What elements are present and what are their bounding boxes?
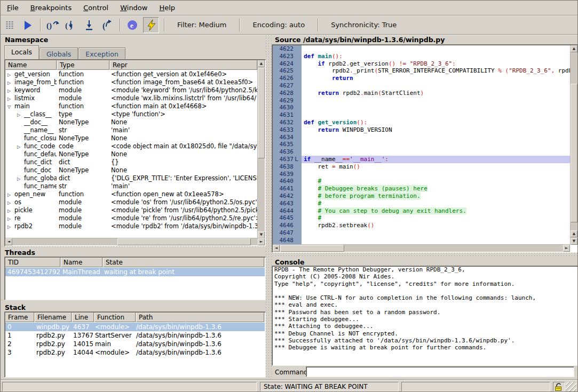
source-line[interactable]: 4637Lif __name__=='__main__':: [273, 156, 570, 163]
namespace-row[interactable]: ▷osmodule<module 'os' from '/usr/lib64/p…: [5, 198, 257, 206]
namespace-row[interactable]: func_docNoneTypeNone: [5, 166, 257, 174]
scroll-up-arrow[interactable]: ▲: [571, 230, 577, 237]
namespace-row[interactable]: func_dictdict{}: [5, 158, 257, 166]
collapsed-arrow-icon[interactable]: ▷: [7, 191, 14, 198]
menu-breakpoints[interactable]: Breakpoints: [25, 2, 77, 14]
source-line[interactable]: 4648: [273, 237, 570, 244]
stack-row[interactable]: 3rpdb2.py14044<module>/data/sys/bin/winp…: [5, 348, 265, 357]
source-line[interactable]: 4638 ret = main(): [273, 163, 570, 171]
collapsed-arrow-icon[interactable]: ▷: [7, 95, 14, 102]
collapsed-arrow-icon[interactable]: ▷: [7, 215, 14, 222]
stack-col-path[interactable]: Path: [136, 313, 264, 322]
source-line[interactable]: 4644 # You can step to debug any exit ha…: [273, 207, 570, 215]
source-line[interactable]: 4641 # Debuggee breaks (pauses) here: [273, 185, 570, 193]
source-line[interactable]: 4643 #: [273, 200, 570, 207]
namespace-col-type[interactable]: Type: [57, 60, 109, 70]
namespace-row[interactable]: func_namestr'main': [5, 182, 257, 190]
collapsed-arrow-icon[interactable]: ▷: [7, 71, 14, 78]
namespace-row[interactable]: ▷listmixmodule<module 'wx.lib.mixins.lis…: [5, 94, 257, 102]
collapsed-arrow-icon[interactable]: ▷: [7, 87, 14, 94]
scroll-thumb[interactable]: [571, 84, 577, 222]
source-editor[interactable]: 46224623def main():4624 if rpdb2.get_ver…: [272, 44, 578, 253]
source-vscrollbar[interactable]: ▲ ▲ ▼: [570, 45, 577, 245]
go-button[interactable]: [20, 18, 35, 33]
stack-row[interactable]: 1rpdb2.py13767StartServer/data/sys/bin/w…: [5, 331, 265, 340]
stack-row[interactable]: 0winpdb.py4637<module>/data/sys/bin/winp…: [5, 323, 265, 331]
collapsed-arrow-icon[interactable]: ▷: [7, 199, 14, 206]
namespace-row[interactable]: ▷get_versionfunction<function get_versio…: [5, 70, 257, 78]
scroll-down-arrow[interactable]: ▼: [571, 238, 577, 245]
resize-grip[interactable]: [566, 382, 576, 392]
step-into-button[interactable]: ( ): [64, 18, 78, 33]
source-line[interactable]: 4633 return WINPDB_VERSION: [273, 126, 570, 134]
threads-col-tid[interactable]: TID: [5, 258, 60, 267]
scroll-right-arrow[interactable]: ►: [563, 245, 570, 252]
scroll-thumb[interactable]: [117, 238, 251, 245]
scroll-right-arrow[interactable]: ►: [258, 238, 265, 245]
stack-col-function[interactable]: Function: [94, 313, 136, 322]
scroll-thumb[interactable]: [258, 68, 265, 158]
namespace-row[interactable]: ▷picklemodule<module 'pickle' from '/usr…: [5, 206, 257, 214]
namespace-row[interactable]: ▷func_globaldict{'DLG_EXPR_TITLE': 'Ente…: [5, 174, 257, 182]
expanded-arrow-icon[interactable]: ▽: [7, 103, 14, 110]
source-line[interactable]: 4629: [273, 97, 570, 105]
stack-col-line[interactable]: Line: [72, 313, 94, 322]
thread-row[interactable]: 46974534127920MainThreadwaiting at break…: [5, 268, 265, 276]
namespace-row[interactable]: ▷keywordmodule<module 'keyword' from '/u…: [5, 86, 257, 94]
tab-locals[interactable]: Locals: [4, 45, 39, 59]
collapsed-arrow-icon[interactable]: ▷: [7, 223, 14, 230]
source-line[interactable]: 4634: [273, 134, 570, 141]
scroll-up-arrow[interactable]: ▲: [571, 45, 577, 52]
namespace-row[interactable]: __doc__NoneTypeNone: [5, 118, 257, 126]
scroll-thumb[interactable]: [280, 245, 344, 252]
source-line[interactable]: 4640 #: [273, 178, 570, 185]
source-line[interactable]: 4630: [273, 104, 570, 111]
threads-col-state[interactable]: State: [103, 258, 264, 267]
source-line[interactable]: 4647: [273, 229, 570, 237]
synchronicity-button[interactable]: [143, 17, 159, 33]
break-button[interactable]: [2, 18, 17, 33]
tab-exception[interactable]: Exception: [78, 47, 125, 59]
collapsed-arrow-icon[interactable]: ▷: [17, 111, 24, 118]
step-out-button[interactable]: (: [100, 18, 115, 33]
console-output[interactable]: RPDB - The Remote Python Debugger, versi…: [272, 266, 578, 366]
collapsed-arrow-icon[interactable]: ▷: [7, 207, 14, 214]
namespace-row[interactable]: func_defaulNoneTypeNone: [5, 150, 257, 158]
stack-row[interactable]: 2rpdb2.py14015main/data/sys/bin/winpdb-1…: [5, 340, 265, 348]
namespace-vscrollbar[interactable]: ▲ ▼: [257, 60, 265, 238]
stack-col-filename[interactable]: Filename: [35, 313, 72, 322]
source-hscrollbar[interactable]: ◄ ►: [273, 244, 570, 252]
step-over-button[interactable]: (): [45, 18, 60, 33]
namespace-row[interactable]: ▷func_codecode<code object main at 0x180…: [5, 142, 257, 150]
tab-globals[interactable]: Globals: [39, 47, 78, 59]
source-line[interactable]: 4642 # before program termination.: [273, 193, 570, 200]
source-line[interactable]: 4631: [273, 111, 570, 119]
source-line[interactable]: 4622: [273, 45, 570, 53]
threads-col-name[interactable]: Name: [61, 258, 102, 267]
source-line[interactable]: 4646 rpdb2.setbreak(): [273, 222, 570, 229]
menu-control[interactable]: Control: [78, 2, 114, 14]
source-line[interactable]: 4628 return rpdb2.main(StartClient): [273, 90, 570, 97]
menu-window[interactable]: Window: [115, 2, 153, 14]
namespace-row[interactable]: __name__str'main': [5, 126, 257, 134]
collapsed-arrow-icon[interactable]: ▷: [7, 79, 14, 86]
run-to-line-button[interactable]: [82, 18, 97, 33]
source-line[interactable]: 4627: [273, 82, 570, 90]
source-line[interactable]: 4632def get_version():: [273, 119, 570, 126]
namespace-row[interactable]: ▷__class__type<type 'function'>: [5, 110, 257, 118]
menu-file[interactable]: File: [2, 2, 24, 14]
source-line[interactable]: 4625 rpdb2._print(STR_ERROR_INTERFACE_CO…: [273, 67, 570, 75]
namespace-col-repr[interactable]: Repr: [110, 60, 257, 70]
namespace-row[interactable]: func_closurNoneTypeNone: [5, 134, 257, 142]
namespace-row[interactable]: ▷image_from_bfunction<function image_fro…: [5, 78, 257, 86]
source-line[interactable]: 4626 return: [273, 75, 570, 82]
collapsed-arrow-icon[interactable]: ▷: [17, 175, 24, 182]
source-line[interactable]: 4639: [273, 171, 570, 178]
scroll-up-arrow[interactable]: ▲: [258, 60, 265, 67]
scroll-left-arrow[interactable]: ◄: [5, 238, 12, 245]
encoding-button[interactable]: e: [125, 18, 140, 33]
source-line[interactable]: 4623def main():: [273, 53, 570, 60]
collapsed-arrow-icon[interactable]: ▷: [17, 143, 24, 150]
scroll-left-arrow[interactable]: ◄: [273, 245, 280, 252]
namespace-row[interactable]: ▷open_newfunction<function open_new at 0…: [5, 190, 257, 198]
